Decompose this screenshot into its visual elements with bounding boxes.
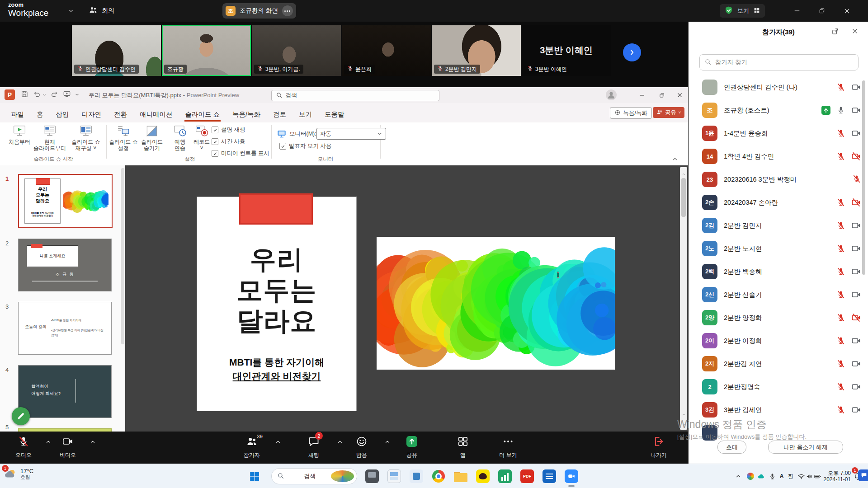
participant-row[interactable]: 2 2분반정명숙 [689, 375, 868, 399]
ppt-tab-11[interactable]: 도움말 [318, 106, 351, 122]
taskbar-search[interactable]: 검색 [271, 468, 357, 484]
chrome-icon[interactable] [432, 469, 445, 483]
mic-muted-icon[interactable] [836, 359, 845, 370]
battery-icon[interactable] [813, 469, 822, 483]
slide-red-accent-shape[interactable] [239, 193, 313, 225]
participant-row[interactable]: 2이 2분반 이정희 [689, 329, 868, 352]
panel-scrollbar[interactable] [862, 80, 865, 275]
screen-app-icon[interactable] [365, 469, 379, 483]
ppt-tab-10[interactable]: 보기 [292, 106, 318, 122]
monitor-dropdown[interactable]: 자동 [316, 128, 386, 140]
chevron-up-icon[interactable] [384, 439, 391, 447]
redo-icon[interactable] [50, 90, 58, 100]
tray-cloud-icon[interactable] [756, 469, 767, 483]
mic-muted-icon[interactable] [836, 198, 845, 209]
chart-app-icon[interactable] [498, 469, 512, 483]
save-icon[interactable] [20, 90, 28, 100]
video-tile[interactable]: 2분반 김민지 [432, 25, 521, 76]
video-tile[interactable]: 3분반, 이기금. [252, 25, 341, 76]
camera-off-icon[interactable] [851, 313, 861, 324]
chevron-down-icon[interactable] [68, 8, 74, 16]
taskbar-clock[interactable]: 오후 7:00 2024-11-01 [821, 470, 851, 483]
chevron-down-icon[interactable] [42, 91, 47, 99]
slide-title-card[interactable]: 우리 모두는 달라요 MBTI를 통한 자기이해 대인관계와 비전찾기 [197, 197, 357, 411]
account-avatar[interactable] [606, 89, 617, 100]
tray-mic-icon[interactable] [767, 469, 778, 483]
participant-row[interactable]: 2노 2분반 노지현 [689, 237, 868, 260]
canvas-scrollbar[interactable] [680, 167, 687, 430]
tray-ime-a[interactable]: A [777, 469, 787, 483]
mic-muted-icon[interactable] [836, 221, 845, 232]
ppt-tab-4[interactable]: 디자인 [75, 106, 108, 122]
ppt-tab-2[interactable]: 홈 [30, 106, 50, 122]
camera-on-icon[interactable] [851, 82, 861, 94]
apps-button[interactable]: 앱 [443, 436, 483, 459]
annotation-pencil-button[interactable] [12, 407, 30, 425]
mic-icon[interactable] [836, 106, 845, 117]
thumbnail-scrollbar[interactable] [121, 168, 124, 344]
settings-app-icon[interactable] [410, 469, 423, 483]
checkbox-play-narrations[interactable]: 설명 재생 [212, 126, 245, 134]
mic-muted-icon[interactable] [836, 382, 845, 393]
mic-muted-icon[interactable] [836, 129, 845, 140]
mic-muted-icon[interactable] [836, 290, 845, 301]
undo-icon[interactable] [33, 90, 41, 100]
invite-button[interactable]: 초대 [717, 441, 746, 454]
mic-muted-icon[interactable] [836, 244, 845, 255]
tab-meeting[interactable]: 회의 [89, 5, 114, 16]
slide-splash-image[interactable] [377, 237, 615, 370]
video-button[interactable]: 비디오 [47, 436, 88, 459]
customize-toolbar-icon[interactable] [75, 91, 80, 99]
checkbox-use-timings[interactable]: 시간 사용 [212, 138, 245, 145]
from-current-slide-button[interactable]: 현재슬라이드부터 [30, 124, 69, 151]
start-button[interactable] [248, 469, 261, 483]
slide-thumbnail-4[interactable]: 혈액형이어떻게 되세요? [18, 365, 112, 418]
participant-row[interactable]: 2양 2분반 양정화 [689, 306, 868, 329]
mic-muted-icon[interactable] [836, 405, 845, 416]
camera-on-icon[interactable] [851, 244, 861, 255]
chevron-up-icon[interactable] [275, 439, 281, 447]
restore-button[interactable] [812, 0, 832, 22]
ppt-tab-8[interactable]: 녹음/녹화 [226, 106, 267, 122]
view-control[interactable]: 보기 [720, 4, 765, 18]
volume-icon[interactable] [805, 469, 814, 483]
camera-on-icon[interactable] [851, 405, 861, 417]
participant-row[interactable]: 조 조규황 (호스트) [689, 99, 868, 122]
mic-muted-icon[interactable] [836, 152, 845, 163]
scrollbar-thumb[interactable] [681, 178, 686, 217]
ppt-close-button[interactable] [671, 87, 688, 103]
camera-on-icon[interactable] [851, 267, 861, 278]
video-tile[interactable]: 인권상담센터 김수인 [72, 25, 161, 76]
audio-button[interactable]: 오디오 [3, 436, 44, 459]
more-button[interactable]: 더 보기 [488, 436, 528, 459]
camera-off-icon[interactable] [851, 151, 861, 163]
slide-thumbnail-2[interactable]: 나를 소개해요 조 규 황 [18, 239, 112, 291]
camera-on-icon[interactable] [851, 290, 861, 301]
share-screen-button[interactable]: 공유 [392, 436, 432, 459]
zoom-app-icon[interactable] [565, 469, 578, 483]
video-tile[interactable]: 윤은희 [342, 25, 431, 76]
mic-muted-icon[interactable] [836, 336, 845, 347]
camera-off-icon[interactable] [851, 197, 861, 209]
camera-on-icon[interactable] [851, 128, 861, 140]
tab-shared-screen[interactable]: 조 조규황의 화면 [222, 3, 296, 19]
kakaotalk-icon[interactable] [476, 469, 490, 483]
mic-muted-icon[interactable] [836, 83, 845, 94]
minimize-button[interactable] [787, 0, 807, 22]
camera-on-icon[interactable] [851, 221, 861, 232]
camera-on-icon[interactable] [851, 336, 861, 347]
participant-row[interactable]: 2손 202420347 손아란 [689, 191, 868, 214]
pdf-app-icon[interactable]: PDF [520, 469, 534, 483]
participant-row[interactable]: 2김 2분반 김민지 [689, 214, 868, 237]
ppt-tab-1[interactable]: 파일 [5, 106, 30, 122]
weather-widget[interactable]: 1 17°C 흐림 [4, 467, 33, 481]
participant-row[interactable]: 인권상담센터 김수인 (나) [689, 76, 868, 99]
more-options-icon[interactable] [282, 5, 293, 16]
reactions-button[interactable]: 반응 [341, 436, 382, 459]
chevron-up-icon[interactable] [90, 439, 96, 447]
tray-ime-ko[interactable]: 한 [786, 469, 796, 483]
ppt-tab-3[interactable]: 삽입 [50, 106, 75, 122]
ppt-tab-5[interactable]: 전환 [108, 106, 133, 122]
chat-app-icon[interactable] [858, 469, 868, 481]
participant-row[interactable]: 23 202320616 3분반 박정미 [689, 168, 868, 191]
